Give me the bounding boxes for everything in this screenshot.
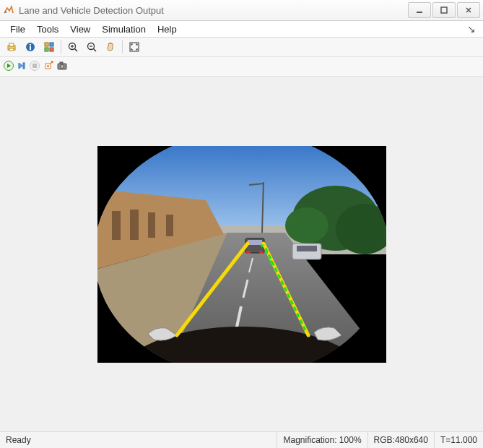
svg-rect-9 [45, 43, 48, 46]
menu-view[interactable]: View [64, 22, 96, 36]
svg-point-60 [265, 251, 268, 254]
pan-icon[interactable] [102, 39, 119, 55]
svg-rect-49 [259, 251, 264, 254]
minimize-button[interactable] [408, 2, 431, 18]
svg-rect-7 [30, 46, 31, 50]
svg-rect-11 [45, 48, 48, 51]
svg-point-29 [61, 64, 64, 68]
status-magnification: Magnification: 100% [277, 432, 367, 448]
output-image [97, 146, 386, 363]
maximize-button[interactable] [432, 2, 456, 18]
pixel-region-icon[interactable] [40, 39, 58, 55]
svg-rect-22 [23, 63, 25, 69]
menubar: File Tools View Simulation Help ↘ [0, 21, 483, 38]
svg-rect-5 [9, 48, 14, 51]
menu-simulation[interactable]: Simulation [96, 22, 152, 36]
stop-icon[interactable] [29, 60, 40, 74]
svg-rect-4 [9, 43, 14, 46]
menubar-overflow-icon[interactable]: ↘ [464, 23, 479, 35]
svg-rect-51 [297, 246, 317, 251]
svg-rect-12 [50, 48, 53, 51]
svg-point-0 [5, 12, 6, 13]
svg-rect-37 [112, 211, 121, 240]
zoom-in-icon[interactable] [64, 39, 82, 55]
viewer-canvas[interactable] [0, 77, 483, 431]
snapshot-icon[interactable] [56, 60, 68, 74]
toolbar-simulation [0, 57, 483, 77]
menu-help[interactable]: Help [152, 22, 183, 36]
matlab-app-icon [3, 4, 14, 16]
toolbar-primary [0, 38, 483, 57]
svg-point-61 [269, 260, 272, 263]
zoom-out-icon[interactable] [83, 39, 100, 55]
status-time: T=11.000 [434, 432, 483, 448]
svg-rect-8 [30, 44, 31, 46]
svg-rect-24 [32, 64, 37, 68]
step-forward-icon[interactable] [16, 60, 27, 74]
window-title: Lane and Vehicle Detection Output [19, 5, 406, 16]
run-icon[interactable] [3, 60, 14, 74]
svg-point-43 [285, 207, 328, 244]
svg-rect-1 [417, 12, 422, 13]
svg-rect-38 [130, 210, 139, 240]
svg-point-59 [261, 244, 264, 247]
window-root: Lane and Vehicle Detection Output File T… [0, 0, 483, 448]
svg-rect-40 [166, 215, 173, 236]
svg-line-14 [75, 49, 78, 52]
menu-tools[interactable]: Tools [31, 22, 64, 36]
svg-rect-2 [441, 7, 447, 13]
toolbar-separator-2 [122, 40, 123, 53]
svg-rect-20 [130, 43, 139, 51]
menu-file[interactable]: File [4, 22, 31, 36]
statusbar: Ready Magnification: 100% RGB:480x640 T=… [0, 431, 483, 448]
titlebar: Lane and Vehicle Detection Output [0, 0, 483, 21]
svg-line-18 [94, 49, 97, 52]
svg-rect-48 [246, 251, 251, 254]
svg-rect-39 [148, 212, 155, 238]
close-button[interactable] [457, 2, 480, 18]
toolbar-separator [61, 40, 61, 53]
svg-rect-28 [60, 62, 63, 64]
print-icon[interactable] [3, 39, 20, 55]
fit-to-window-icon[interactable] [126, 39, 143, 55]
statusbar-spacer [37, 432, 277, 448]
status-image-info: RGB:480x640 [367, 432, 434, 448]
svg-rect-47 [248, 240, 262, 245]
svg-rect-10 [50, 43, 53, 46]
svg-point-26 [47, 65, 49, 67]
highlight-block-icon[interactable] [43, 60, 55, 74]
status-ready: Ready [0, 432, 37, 448]
info-icon[interactable] [22, 39, 39, 55]
